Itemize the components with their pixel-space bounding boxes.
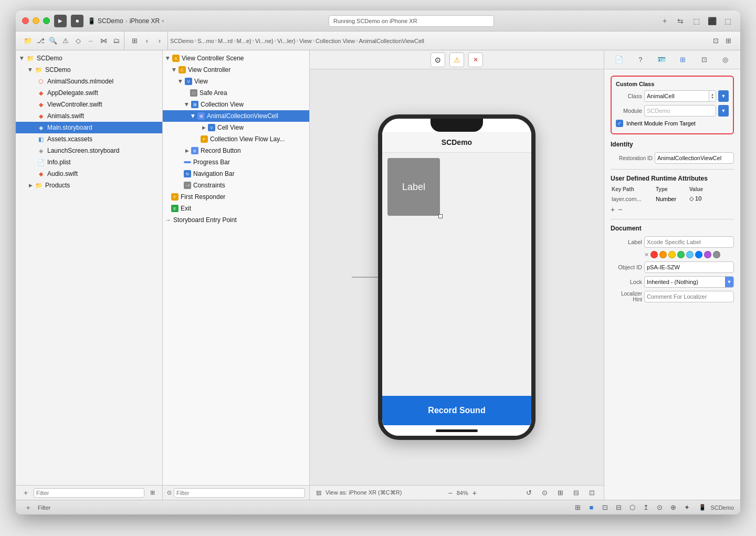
show-inspector-icon[interactable]: ⊞ xyxy=(722,35,734,47)
jump-to-previous[interactable]: ⇆ xyxy=(674,15,687,27)
restoration-id-field[interactable]: AnimalCollectionViewCel xyxy=(655,152,734,164)
breadcrumb-item[interactable]: AnimalCollectionViewCell xyxy=(359,38,424,44)
swatch-gray[interactable] xyxy=(713,251,720,258)
file-item-appdelegate[interactable]: ◆ AppDelegate.swift xyxy=(16,87,162,99)
add-file-icon[interactable]: ＋ xyxy=(20,487,32,499)
file-item-launchscreen[interactable]: ◈ LaunchScreen.storyboard xyxy=(16,145,162,156)
zoom-in-button[interactable]: + xyxy=(472,489,477,497)
breadcrumb-item[interactable]: SCDemo xyxy=(170,38,194,44)
outline-item-navigation-bar[interactable]: N Navigation Bar xyxy=(163,168,309,180)
outline-item-entry-point[interactable]: → Storyboard Entry Point xyxy=(163,214,309,226)
status-icon-8[interactable]: ⊕ xyxy=(667,502,679,513)
inspector-identity-tab[interactable]: 🪪 xyxy=(656,54,667,66)
class-field[interactable]: AnimalCell ▲ ▼ xyxy=(644,90,716,102)
view-layout-1[interactable]: ⬚ xyxy=(690,15,702,27)
outline-item-view[interactable]: ▶ V View xyxy=(163,76,309,87)
inspector-file-tab[interactable]: 📄 xyxy=(613,54,625,66)
inspector-attributes-tab[interactable]: ⊞ xyxy=(677,54,689,66)
canvas-fit-icon[interactable]: ⊞ xyxy=(554,487,566,499)
view-layout-3[interactable]: ⬚ xyxy=(721,15,734,27)
status-icon-6[interactable]: ↥ xyxy=(640,502,652,513)
outline-item-progress-bar[interactable]: Progress Bar xyxy=(163,156,309,168)
status-icon-9[interactable]: ✦ xyxy=(681,502,692,513)
swatch-orange[interactable] xyxy=(659,251,667,258)
status-icon-4[interactable]: ⊟ xyxy=(613,502,624,513)
warning-icon[interactable]: ⚠ xyxy=(60,35,71,47)
add-status-button[interactable]: ＋ xyxy=(22,502,34,513)
file-item-scdemo-folder[interactable]: ▶ 📁 SCDemo xyxy=(16,64,162,76)
canvas-more-icon[interactable]: ⊡ xyxy=(586,487,597,499)
back-icon[interactable]: ‹ xyxy=(141,35,153,47)
swatch-yellow[interactable] xyxy=(668,251,676,258)
grid-view-icon[interactable]: ⊞ xyxy=(129,35,140,47)
breadcrumb-item[interactable]: Vi...ler} xyxy=(277,38,296,44)
forward-icon[interactable]: › xyxy=(154,35,165,47)
file-item-assets[interactable]: ◧ Assets.xcassets xyxy=(16,133,162,145)
hide-panels-icon[interactable]: ⊡ xyxy=(710,35,721,47)
file-item-products[interactable]: ▶ 📁 Products xyxy=(16,180,162,191)
swatch-purple[interactable] xyxy=(704,251,711,258)
canvas-menu-icon[interactable]: ⊙ xyxy=(430,52,445,67)
folder-icon[interactable]: 📁 xyxy=(22,35,34,47)
cell-resize-handle[interactable] xyxy=(438,214,443,218)
inspector-quick-help-tab[interactable]: ? xyxy=(635,54,646,66)
canvas-layout-icon[interactable]: ⊟ xyxy=(570,487,582,499)
canvas-warning-icon[interactable]: ⚠ xyxy=(449,52,464,67)
outline-item-controller[interactable]: ▶ C View Controller xyxy=(163,64,309,76)
file-item-audio[interactable]: ◆ Audio.swift xyxy=(16,168,162,180)
breadcrumb-item[interactable]: Collection View xyxy=(316,38,355,44)
outline-item-cell-view[interactable]: ▶ V Cell View xyxy=(163,122,309,133)
close-button[interactable] xyxy=(22,17,29,24)
run-button[interactable] xyxy=(54,15,67,27)
inherit-module-checkbox[interactable]: ✓ xyxy=(616,120,623,127)
breadcrumb-item[interactable]: M...e} xyxy=(237,38,251,44)
debug-icon[interactable]: ⏤ xyxy=(85,35,97,47)
breadcrumb-item[interactable]: S...mo xyxy=(197,38,214,44)
localizer-input[interactable] xyxy=(644,291,734,302)
clear-color-button[interactable]: ✕ xyxy=(644,251,649,258)
report-icon[interactable]: 🗂 xyxy=(110,35,122,47)
canvas-export-icon[interactable]: ⊙ xyxy=(539,487,550,499)
doc-label-input[interactable] xyxy=(644,236,734,248)
runtime-attr-row[interactable]: layer.corn... Number ◇ 10 xyxy=(611,194,734,203)
outline-item-record-button[interactable]: ▶ B Record Button xyxy=(163,145,309,156)
status-icon-1[interactable]: ⊞ xyxy=(572,502,583,513)
stop-button[interactable] xyxy=(71,15,83,27)
breadcrumb-item[interactable]: View xyxy=(299,38,312,44)
status-icon-5[interactable]: ⬡ xyxy=(626,502,638,513)
file-item-mainstoryboard[interactable]: ◈ Main.storyboard xyxy=(16,122,162,133)
swatch-blue[interactable] xyxy=(695,251,702,258)
source-control-icon[interactable]: ⎇ xyxy=(35,35,46,47)
module-dropdown-button[interactable]: ▼ xyxy=(718,105,729,117)
zoom-button[interactable] xyxy=(43,17,50,24)
canvas-refresh-icon[interactable]: ↺ xyxy=(523,487,534,499)
file-item-scdemo-root[interactable]: ▶ 📁 SCDemo xyxy=(16,52,162,64)
test-icon[interactable]: ◇ xyxy=(72,35,84,47)
file-item-mlmodel[interactable]: ⬡ AnimalSounds.mlmodel xyxy=(16,76,162,87)
plus-button[interactable]: ＋ xyxy=(658,15,671,27)
view-layout-2[interactable]: ⬛ xyxy=(706,15,718,27)
class-dropdown-button[interactable]: ▼ xyxy=(718,90,729,102)
swatch-lightblue[interactable] xyxy=(686,251,694,258)
swatch-green[interactable] xyxy=(677,251,685,258)
search-icon[interactable]: 🔍 xyxy=(47,35,59,47)
file-item-viewcontroller[interactable]: ◆ ViewController.swift xyxy=(16,99,162,110)
inspector-size-tab[interactable]: ⊡ xyxy=(698,54,710,66)
canvas-error-icon[interactable]: ✕ xyxy=(468,52,483,67)
outline-item-collection-view[interactable]: ▶ ⊞ Collection View xyxy=(163,99,309,110)
outline-item-scene[interactable]: ▶ S View Controller Scene xyxy=(163,52,309,64)
status-icon-2[interactable]: ■ xyxy=(585,502,597,513)
outline-item-flow-layout[interactable]: F Collection View Flow Lay... xyxy=(163,133,309,145)
scheme-selector[interactable]: 📱 SCDemo › iPhone XR ▾ xyxy=(88,17,164,25)
add-attr-button[interactable]: + xyxy=(611,205,615,214)
outline-item-safe-area[interactable]: □ Safe Area xyxy=(163,87,309,99)
outline-item-constraints[interactable]: ⊣ Constraints xyxy=(163,180,309,191)
swatch-red[interactable] xyxy=(650,251,658,258)
outline-item-animal-cell[interactable]: ▶ ⊞ AnimalCollectionViewCell xyxy=(163,110,309,122)
breakpoint-icon[interactable]: ⋈ xyxy=(98,35,109,47)
breadcrumb-item[interactable]: Vi...ne} xyxy=(255,38,274,44)
filter-options-icon[interactable]: ⊞ xyxy=(146,487,158,499)
minimize-button[interactable] xyxy=(33,17,39,24)
inspector-connections-tab[interactable]: ◎ xyxy=(720,54,731,66)
outline-filter-input[interactable] xyxy=(174,488,305,498)
